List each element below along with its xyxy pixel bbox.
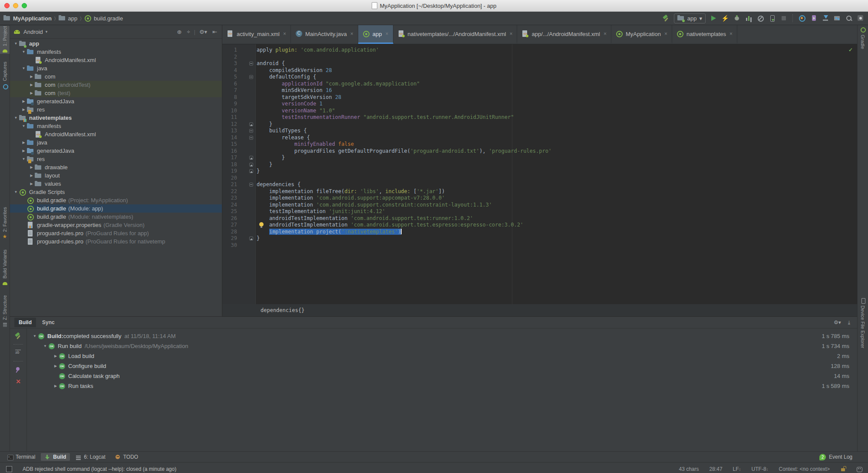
tree-collapsed-arrow-icon[interactable]: ▶ — [20, 149, 27, 153]
lock-icon[interactable] — [840, 466, 846, 472]
profile-icon[interactable] — [745, 14, 752, 22]
code-text[interactable]: implementation fileTree(dir: 'libs', inc… — [255, 188, 445, 195]
tree-expanded-arrow-icon[interactable]: ▼ — [13, 42, 19, 46]
tab-close-icon[interactable]: × — [283, 31, 286, 37]
restart-build-icon[interactable] — [14, 332, 22, 340]
apply-changes-icon[interactable]: ⚡ — [721, 14, 729, 22]
build-settings-gear-icon[interactable]: ⚙▾ — [831, 319, 844, 325]
tab-close-icon[interactable]: × — [509, 31, 512, 37]
toolwindow-button-terminal[interactable]: Terminal — [3, 453, 39, 461]
toolwindow-button-6-logcat[interactable]: 6: Logcat — [72, 453, 109, 461]
run-configuration-select[interactable]: app▾ — [674, 13, 706, 23]
tree-row[interactable]: ▶layout — [10, 171, 222, 180]
pin-icon[interactable] — [14, 366, 22, 374]
editor-tab-nativetemplates-androidmanifest-xml[interactable]: <>nativetemplates/.../AndroidManifest.xm… — [393, 25, 518, 44]
tree-expanded-arrow-icon[interactable]: ▼ — [13, 190, 19, 194]
tree-expanded-arrow-icon[interactable]: ▼ — [20, 66, 27, 70]
breadcrumb-item-app[interactable]: app — [59, 15, 78, 22]
code-text[interactable]: release { — [255, 135, 310, 141]
tree-expanded-arrow-icon[interactable]: ▼ — [20, 50, 27, 54]
tree-row[interactable]: ▼nativetemplates — [10, 114, 222, 122]
tree-row[interactable]: ▶java — [10, 138, 222, 147]
build-collapsed-arrow-icon[interactable]: ▶ — [52, 384, 59, 388]
tree-collapsed-arrow-icon[interactable]: ▶ — [28, 75, 35, 79]
tree-collapsed-arrow-icon[interactable]: ▶ — [20, 99, 27, 103]
code-text[interactable]: minSdkVersion 16 — [255, 87, 332, 94]
code-text[interactable]: versionCode 1 — [255, 101, 323, 108]
code-text[interactable]: minifyEnabled false — [255, 141, 354, 148]
code-text[interactable]: } — [255, 161, 272, 168]
tree-row[interactable]: ▼java — [10, 64, 222, 72]
minimize-window-button[interactable] — [13, 3, 18, 8]
toolwindow-button-build[interactable]: Build — [41, 453, 70, 461]
code-text[interactable]: proguardFiles getDefaultProguardFile('pr… — [255, 148, 551, 155]
code-text[interactable]: implementation 'com.android.support:appc… — [255, 195, 445, 202]
tree-collapsed-arrow-icon[interactable]: ▶ — [28, 91, 35, 95]
status-message[interactable]: ADB rejected shell command (logcat --hel… — [23, 466, 176, 472]
code-text[interactable]: } — [255, 168, 260, 175]
context-indicator[interactable]: Context: <no context> — [779, 466, 830, 472]
build-output-row[interactable]: ▼OKRun build/Users/jweisbaum/Desktop/MyA… — [27, 341, 857, 351]
attach-debugger-icon[interactable] — [756, 14, 764, 22]
tree-row[interactable]: ▶generatedJava — [10, 97, 222, 105]
tree-row[interactable]: build.gradle(Project: MyApplication) — [10, 196, 222, 204]
stop-icon[interactable] — [780, 14, 788, 22]
tree-row[interactable]: ▶res — [10, 105, 222, 114]
tree-row[interactable]: gradle-wrapper.properties(Gradle Version… — [10, 221, 222, 229]
tab-close-icon[interactable]: × — [350, 31, 353, 37]
caret-position-indicator[interactable]: 28:47 — [710, 466, 723, 472]
tree-row[interactable]: ▼res — [10, 155, 222, 163]
chevron-down-icon[interactable]: ▾ — [46, 30, 48, 34]
tree-row[interactable]: proguard-rules.pro(ProGuard Rules for na… — [10, 237, 222, 246]
close-window-button[interactable] — [4, 3, 10, 8]
tab-close-icon[interactable]: × — [604, 31, 607, 37]
stripe-button-build-variants[interactable]: Build Variants — [0, 250, 10, 286]
code-text[interactable]: targetSdkVersion 28 — [255, 94, 341, 101]
gear-icon[interactable]: ⚙▾ — [198, 29, 208, 35]
fold-collapse-icon[interactable] — [249, 136, 253, 140]
encoding-indicator[interactable]: UTF-8↕ — [752, 466, 769, 472]
editor-breadcrumb-bar[interactable]: dependencies{} — [222, 304, 857, 316]
editor-tab-mainactivity-java[interactable]: MainActivity.java× — [291, 25, 358, 44]
code-text[interactable]: compileSdkVersion 28 — [255, 67, 332, 74]
locate-icon[interactable]: ⊕ — [175, 29, 183, 35]
run-icon[interactable] — [710, 14, 717, 22]
build-output-row[interactable]: ▶OKRun tasks1 s 589 ms — [27, 381, 857, 391]
filter-messages-icon[interactable] — [14, 349, 22, 357]
stripe-button-1-project[interactable]: 1: Project — [0, 26, 10, 54]
tree-row[interactable]: build.gradle(Module: nativetemplates) — [10, 213, 222, 221]
code-text[interactable]: buildTypes { — [255, 128, 307, 135]
fold-end-icon[interactable] — [249, 122, 253, 126]
build-expanded-arrow-icon[interactable]: ▼ — [31, 334, 38, 338]
search-everywhere-icon[interactable] — [845, 14, 853, 22]
toolwindow-button-todo[interactable]: TODO — [111, 453, 142, 461]
code-text[interactable]: testImplementation 'junit:junit:4.12' — [255, 208, 385, 215]
code-text[interactable]: apply plugin: 'com.android.application' — [255, 47, 379, 54]
code-text[interactable]: implementation 'com.android.support.cons… — [255, 202, 492, 209]
build-hammer-icon[interactable] — [662, 14, 670, 22]
tree-row[interactable]: ▼app — [10, 39, 222, 48]
code-text[interactable] — [255, 54, 257, 61]
gradle-sync-icon[interactable] — [798, 14, 806, 22]
stripe-button-gradle[interactable]: Gradle — [858, 27, 868, 49]
tree-expanded-arrow-icon[interactable]: ▼ — [13, 116, 19, 120]
tree-row[interactable]: ▶values — [10, 180, 222, 188]
code-text[interactable] — [255, 242, 257, 249]
stripe-button-z-structure[interactable]: Z: Structure — [0, 295, 10, 328]
code-text[interactable]: implementation project(':nativetemplates… — [255, 229, 402, 236]
hide-panel-icon[interactable]: ⇤ — [211, 29, 218, 35]
fold-end-icon[interactable] — [249, 169, 253, 173]
fold-end-icon[interactable] — [249, 156, 253, 160]
tree-row[interactable]: ▼Gradle Scripts — [10, 188, 222, 196]
build-output-row[interactable]: ▶OKLoad build2 ms — [27, 351, 857, 361]
sync-tab[interactable]: Sync — [38, 318, 59, 327]
intention-bulb-icon[interactable] — [259, 222, 264, 228]
tree-collapsed-arrow-icon[interactable]: ▶ — [20, 108, 27, 112]
tree-row[interactable]: ▶generatedJava — [10, 147, 222, 155]
code-text[interactable]: applicationId "com.google.ads.myapplicat… — [255, 81, 420, 88]
collapse-all-icon[interactable]: ÷ — [185, 29, 191, 35]
code-text[interactable]: } — [255, 235, 260, 242]
tree-row[interactable]: ▶com(androidTest) — [10, 81, 222, 89]
tree-collapsed-arrow-icon[interactable]: ▶ — [28, 174, 35, 177]
editor-tab-app[interactable]: app× — [358, 25, 393, 44]
